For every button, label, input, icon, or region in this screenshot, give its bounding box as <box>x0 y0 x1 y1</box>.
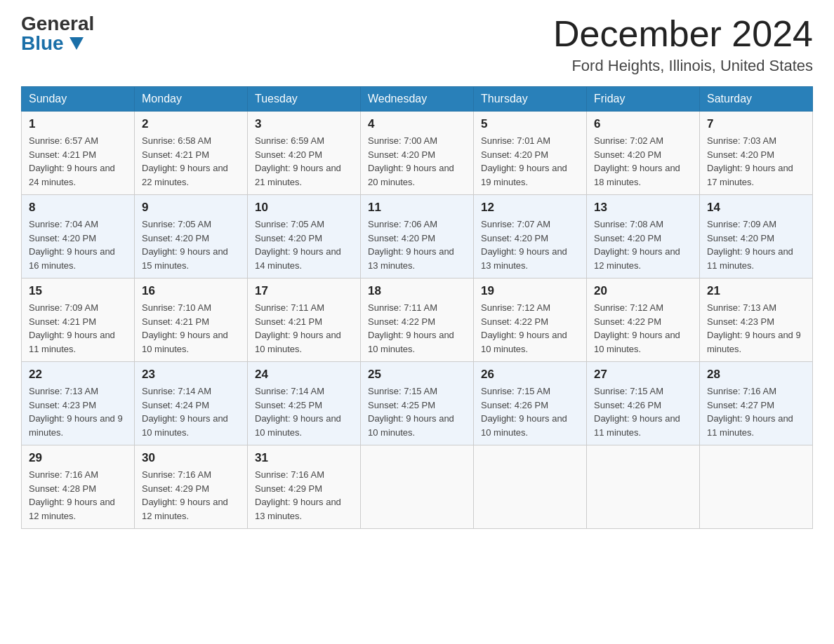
day-info: Sunrise: 6:57 AMSunset: 4:21 PMDaylight:… <box>29 134 127 189</box>
day-info: Sunrise: 6:58 AMSunset: 4:21 PMDaylight:… <box>142 134 240 189</box>
calendar-cell: 18Sunrise: 7:11 AMSunset: 4:22 PMDayligh… <box>361 279 474 362</box>
weekday-header-tuesday: Tuesday <box>248 87 361 112</box>
calendar-cell: 16Sunrise: 7:10 AMSunset: 4:21 PMDayligh… <box>135 279 248 362</box>
weekday-header-wednesday: Wednesday <box>361 87 474 112</box>
day-number: 17 <box>255 284 353 298</box>
calendar-week-row: 22Sunrise: 7:13 AMSunset: 4:23 PMDayligh… <box>22 362 813 445</box>
logo: General Blue <box>21 14 94 53</box>
day-info: Sunrise: 7:13 AMSunset: 4:23 PMDaylight:… <box>29 384 127 439</box>
calendar-cell: 27Sunrise: 7:15 AMSunset: 4:26 PMDayligh… <box>587 362 700 445</box>
day-info: Sunrise: 7:14 AMSunset: 4:24 PMDaylight:… <box>142 384 240 439</box>
calendar-cell: 20Sunrise: 7:12 AMSunset: 4:22 PMDayligh… <box>587 279 700 362</box>
day-number: 3 <box>255 117 353 131</box>
calendar-cell: 1Sunrise: 6:57 AMSunset: 4:21 PMDaylight… <box>22 112 135 195</box>
day-info: Sunrise: 7:08 AMSunset: 4:20 PMDaylight:… <box>594 217 692 272</box>
day-number: 18 <box>368 284 466 298</box>
day-number: 25 <box>368 368 466 382</box>
day-number: 23 <box>142 368 240 382</box>
calendar-cell: 26Sunrise: 7:15 AMSunset: 4:26 PMDayligh… <box>474 362 587 445</box>
calendar-cell <box>474 445 587 529</box>
calendar-cell: 7Sunrise: 7:03 AMSunset: 4:20 PMDaylight… <box>700 112 813 195</box>
weekday-header-friday: Friday <box>587 87 700 112</box>
day-number: 24 <box>255 368 353 382</box>
calendar-cell: 15Sunrise: 7:09 AMSunset: 4:21 PMDayligh… <box>22 279 135 362</box>
day-info: Sunrise: 7:02 AMSunset: 4:20 PMDaylight:… <box>594 134 692 189</box>
calendar-cell <box>361 445 474 529</box>
day-number: 14 <box>707 201 805 215</box>
day-info: Sunrise: 7:13 AMSunset: 4:23 PMDaylight:… <box>707 301 805 356</box>
day-info: Sunrise: 7:11 AMSunset: 4:21 PMDaylight:… <box>255 301 353 356</box>
calendar-cell: 8Sunrise: 7:04 AMSunset: 4:20 PMDaylight… <box>22 195 135 279</box>
day-number: 26 <box>481 368 579 382</box>
calendar-week-row: 1Sunrise: 6:57 AMSunset: 4:21 PMDaylight… <box>22 112 813 195</box>
day-number: 16 <box>142 284 240 298</box>
location-title: Ford Heights, Illinois, United States <box>553 57 813 75</box>
day-info: Sunrise: 6:59 AMSunset: 4:20 PMDaylight:… <box>255 134 353 189</box>
calendar-cell: 23Sunrise: 7:14 AMSunset: 4:24 PMDayligh… <box>135 362 248 445</box>
day-number: 8 <box>29 201 127 215</box>
day-info: Sunrise: 7:09 AMSunset: 4:21 PMDaylight:… <box>29 301 127 356</box>
day-number: 28 <box>707 368 805 382</box>
weekday-header-monday: Monday <box>135 87 248 112</box>
calendar-week-row: 15Sunrise: 7:09 AMSunset: 4:21 PMDayligh… <box>22 279 813 362</box>
day-info: Sunrise: 7:11 AMSunset: 4:22 PMDaylight:… <box>368 301 466 356</box>
calendar-cell: 5Sunrise: 7:01 AMSunset: 4:20 PMDaylight… <box>474 112 587 195</box>
calendar-cell: 11Sunrise: 7:06 AMSunset: 4:20 PMDayligh… <box>361 195 474 279</box>
calendar-cell: 29Sunrise: 7:16 AMSunset: 4:28 PMDayligh… <box>22 445 135 529</box>
day-info: Sunrise: 7:00 AMSunset: 4:20 PMDaylight:… <box>368 134 466 189</box>
day-info: Sunrise: 7:16 AMSunset: 4:29 PMDaylight:… <box>255 468 353 523</box>
day-info: Sunrise: 7:09 AMSunset: 4:20 PMDaylight:… <box>707 217 805 272</box>
day-info: Sunrise: 7:15 AMSunset: 4:26 PMDaylight:… <box>481 384 579 439</box>
day-info: Sunrise: 7:03 AMSunset: 4:20 PMDaylight:… <box>707 134 805 189</box>
day-info: Sunrise: 7:16 AMSunset: 4:28 PMDaylight:… <box>29 468 127 523</box>
day-number: 12 <box>481 201 579 215</box>
day-number: 5 <box>481 117 579 131</box>
day-number: 30 <box>142 451 240 465</box>
weekday-header-row: SundayMondayTuesdayWednesdayThursdayFrid… <box>22 87 813 112</box>
day-info: Sunrise: 7:05 AMSunset: 4:20 PMDaylight:… <box>255 217 353 272</box>
weekday-header-sunday: Sunday <box>22 87 135 112</box>
calendar-cell: 22Sunrise: 7:13 AMSunset: 4:23 PMDayligh… <box>22 362 135 445</box>
day-number: 1 <box>29 117 127 131</box>
day-number: 15 <box>29 284 127 298</box>
day-number: 29 <box>29 451 127 465</box>
logo-general-text: General <box>21 14 94 34</box>
logo-blue-text: Blue <box>21 34 84 53</box>
calendar-cell: 30Sunrise: 7:16 AMSunset: 4:29 PMDayligh… <box>135 445 248 529</box>
day-info: Sunrise: 7:01 AMSunset: 4:20 PMDaylight:… <box>481 134 579 189</box>
month-title: December 2024 <box>553 14 813 54</box>
calendar-cell: 3Sunrise: 6:59 AMSunset: 4:20 PMDaylight… <box>248 112 361 195</box>
day-number: 4 <box>368 117 466 131</box>
calendar-cell: 28Sunrise: 7:16 AMSunset: 4:27 PMDayligh… <box>700 362 813 445</box>
day-number: 6 <box>594 117 692 131</box>
day-number: 10 <box>255 201 353 215</box>
day-info: Sunrise: 7:07 AMSunset: 4:20 PMDaylight:… <box>481 217 579 272</box>
day-number: 31 <box>255 451 353 465</box>
day-info: Sunrise: 7:14 AMSunset: 4:25 PMDaylight:… <box>255 384 353 439</box>
day-info: Sunrise: 7:12 AMSunset: 4:22 PMDaylight:… <box>594 301 692 356</box>
calendar-cell <box>700 445 813 529</box>
calendar-cell: 25Sunrise: 7:15 AMSunset: 4:25 PMDayligh… <box>361 362 474 445</box>
day-number: 27 <box>594 368 692 382</box>
day-info: Sunrise: 7:16 AMSunset: 4:29 PMDaylight:… <box>142 468 240 523</box>
calendar-cell <box>587 445 700 529</box>
day-number: 20 <box>594 284 692 298</box>
calendar-week-row: 29Sunrise: 7:16 AMSunset: 4:28 PMDayligh… <box>22 445 813 529</box>
calendar-cell: 6Sunrise: 7:02 AMSunset: 4:20 PMDaylight… <box>587 112 700 195</box>
calendar-cell: 12Sunrise: 7:07 AMSunset: 4:20 PMDayligh… <box>474 195 587 279</box>
day-info: Sunrise: 7:10 AMSunset: 4:21 PMDaylight:… <box>142 301 240 356</box>
day-number: 13 <box>594 201 692 215</box>
header: General Blue December 2024 Ford Heights,… <box>21 14 813 75</box>
calendar-cell: 31Sunrise: 7:16 AMSunset: 4:29 PMDayligh… <box>248 445 361 529</box>
day-number: 11 <box>368 201 466 215</box>
calendar-cell: 24Sunrise: 7:14 AMSunset: 4:25 PMDayligh… <box>248 362 361 445</box>
day-info: Sunrise: 7:05 AMSunset: 4:20 PMDaylight:… <box>142 217 240 272</box>
weekday-header-thursday: Thursday <box>474 87 587 112</box>
day-info: Sunrise: 7:16 AMSunset: 4:27 PMDaylight:… <box>707 384 805 439</box>
day-info: Sunrise: 7:04 AMSunset: 4:20 PMDaylight:… <box>29 217 127 272</box>
logo-triangle-icon <box>70 37 84 50</box>
calendar-cell: 10Sunrise: 7:05 AMSunset: 4:20 PMDayligh… <box>248 195 361 279</box>
calendar-cell: 13Sunrise: 7:08 AMSunset: 4:20 PMDayligh… <box>587 195 700 279</box>
day-number: 19 <box>481 284 579 298</box>
calendar-cell: 9Sunrise: 7:05 AMSunset: 4:20 PMDaylight… <box>135 195 248 279</box>
